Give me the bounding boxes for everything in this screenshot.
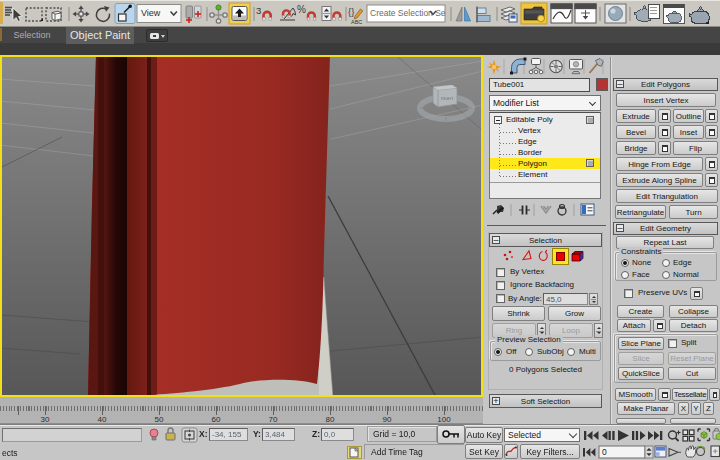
svg-text:3: 3	[256, 5, 261, 16]
svg-text:View: View	[141, 8, 161, 18]
svg-text:%: %	[297, 4, 306, 15]
svg-text:RIGHT: RIGHT	[441, 96, 454, 101]
svg-text:0: 0	[602, 447, 607, 457]
svg-text:ABC: ABC	[351, 19, 362, 25]
svg-text:{}: {}	[348, 6, 354, 17]
